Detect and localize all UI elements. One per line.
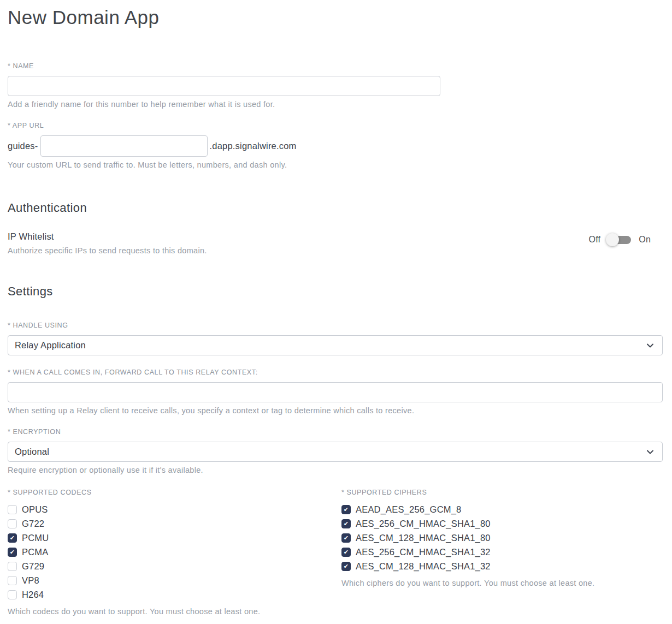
settings-section: Settings * HANDLE USING Relay Applicatio… (8, 284, 663, 624)
checkbox-label: G729 (22, 561, 44, 572)
supported-ciphers-group: * SUPPORTED CIPHERS ✔AEAD_AES_256_GCM_8✔… (341, 489, 663, 616)
checkbox-label: AES_CM_128_HMAC_SHA1_80 (356, 533, 491, 543)
authentication-heading: Authentication (8, 201, 663, 215)
ip-whitelist-toggle-group: Off On (589, 235, 663, 245)
checkbox-option-g729[interactable]: G729 (8, 559, 341, 573)
toggle-off-label: Off (589, 235, 601, 245)
checkbox-checked-icon[interactable]: ✔ (341, 519, 351, 528)
ip-whitelist-row: IP Whitelist Authorize specific IPs to s… (8, 231, 663, 255)
ip-whitelist-description: Authorize specific IPs to send requests … (8, 246, 207, 255)
handle-using-label: * HANDLE USING (8, 322, 663, 329)
checkbox-option-vp8[interactable]: VP8 (8, 573, 341, 587)
relay-context-label: * WHEN A CALL COMES IN, FORWARD CALL TO … (8, 369, 663, 376)
checkbox-option-opus[interactable]: OPUS (8, 502, 341, 516)
codecs-help-text: Which codecs do you want to support. You… (8, 607, 341, 616)
handle-using-selected-value: Relay Application (15, 340, 86, 350)
checkbox-option-aes_256_cm_hmac_sha1_80[interactable]: ✔AES_256_CM_HMAC_SHA1_80 (341, 516, 663, 531)
encryption-help-text: Require encryption or optionally use it … (8, 466, 663, 474)
checkbox-unchecked-icon[interactable] (8, 576, 17, 585)
app-url-field-group: * APP URL guides- .dapp.signalwire.com Y… (8, 122, 663, 169)
app-url-input[interactable] (40, 135, 208, 157)
encryption-select[interactable]: Optional (8, 442, 663, 462)
checkbox-label: G722 (22, 519, 44, 529)
checkbox-unchecked-icon[interactable] (8, 519, 17, 528)
checkbox-option-aead_aes_256_gcm_8[interactable]: ✔AEAD_AES_256_GCM_8 (341, 502, 663, 516)
settings-heading: Settings (8, 284, 663, 299)
app-url-suffix: .dapp.signalwire.com (210, 141, 297, 151)
supported-ciphers-label: * SUPPORTED CIPHERS (341, 489, 663, 496)
app-url-prefix: guides- (8, 141, 38, 151)
checkbox-option-pcmu[interactable]: ✔PCMU (8, 531, 341, 545)
checkbox-checked-icon[interactable]: ✔ (8, 548, 17, 557)
encryption-label: * ENCRYPTION (8, 428, 663, 436)
checkbox-option-h264[interactable]: H264 (8, 587, 341, 602)
checkbox-option-aes_cm_128_hmac_sha1_32[interactable]: ✔AES_CM_128_HMAC_SHA1_32 (341, 559, 663, 573)
checkbox-label: PCMA (22, 547, 48, 557)
app-url-row: guides- .dapp.signalwire.com (8, 135, 663, 157)
name-label: * NAME (8, 62, 663, 70)
app-url-help-text: Your custom URL to send traffic to. Must… (8, 161, 663, 169)
checkbox-label: AEAD_AES_256_GCM_8 (356, 504, 461, 515)
checkbox-label: AES_256_CM_HMAC_SHA1_32 (356, 547, 491, 557)
ip-whitelist-text: IP Whitelist Authorize specific IPs to s… (8, 231, 207, 255)
supported-codecs-group: * SUPPORTED CODECS OPUSG722✔PCMU✔PCMAG72… (8, 489, 341, 616)
chevron-down-icon (646, 448, 655, 456)
ip-whitelist-toggle[interactable] (608, 235, 631, 245)
name-input[interactable] (8, 76, 440, 96)
checkbox-checked-icon[interactable]: ✔ (341, 505, 351, 514)
checkbox-label: PCMU (22, 533, 49, 543)
ciphers-checkbox-list: ✔AEAD_AES_256_GCM_8✔AES_256_CM_HMAC_SHA1… (341, 502, 663, 573)
checkbox-option-aes_256_cm_hmac_sha1_32[interactable]: ✔AES_256_CM_HMAC_SHA1_32 (341, 545, 663, 559)
checkbox-label: H264 (22, 590, 44, 600)
name-field-group: * NAME Add a friendly name for this numb… (8, 62, 663, 109)
relay-context-field-group: * WHEN A CALL COMES IN, FORWARD CALL TO … (8, 369, 663, 415)
checkbox-checked-icon[interactable]: ✔ (341, 548, 351, 557)
chevron-down-icon (646, 341, 655, 350)
checkbox-unchecked-icon[interactable] (8, 505, 17, 514)
checkbox-checked-icon[interactable]: ✔ (8, 533, 17, 543)
checkbox-option-pcma[interactable]: ✔PCMA (8, 545, 341, 559)
checkbox-option-aes_cm_128_hmac_sha1_80[interactable]: ✔AES_CM_128_HMAC_SHA1_80 (341, 531, 663, 545)
checkbox-unchecked-icon[interactable] (8, 562, 17, 571)
checkbox-label: VP8 (22, 575, 39, 586)
relay-context-help-text: When setting up a Relay client to receiv… (8, 406, 663, 415)
authentication-section: Authentication IP Whitelist Authorize sp… (8, 201, 663, 255)
checkbox-label: AES_CM_128_HMAC_SHA1_32 (356, 561, 491, 572)
codecs-ciphers-columns: * SUPPORTED CODECS OPUSG722✔PCMU✔PCMAG72… (8, 489, 663, 616)
handle-using-field-group: * HANDLE USING Relay Application (8, 322, 663, 355)
checkbox-unchecked-icon[interactable] (8, 590, 17, 599)
new-domain-app-form: New Domain App * NAME Add a friendly nam… (0, 0, 672, 624)
handle-using-select[interactable]: Relay Application (8, 335, 663, 355)
ip-whitelist-label: IP Whitelist (8, 231, 207, 242)
relay-context-input[interactable] (8, 382, 663, 402)
toggle-on-label: On (639, 235, 651, 245)
app-url-label: * APP URL (8, 122, 663, 129)
supported-codecs-label: * SUPPORTED CODECS (8, 489, 341, 496)
checkbox-label: AES_256_CM_HMAC_SHA1_80 (356, 519, 491, 529)
name-help-text: Add a friendly name for this number to h… (8, 100, 663, 109)
toggle-knob-icon (606, 233, 619, 246)
checkbox-checked-icon[interactable]: ✔ (341, 533, 351, 543)
encryption-selected-value: Optional (15, 447, 49, 457)
checkbox-label: OPUS (22, 504, 48, 515)
ciphers-help-text: Which ciphers do you want to support. Yo… (341, 579, 663, 587)
codecs-checkbox-list: OPUSG722✔PCMU✔PCMAG729VP8H264 (8, 502, 341, 602)
encryption-field-group: * ENCRYPTION Optional Require encryption… (8, 428, 663, 474)
checkbox-checked-icon[interactable]: ✔ (341, 562, 351, 571)
page-title: New Domain App (8, 7, 663, 28)
checkbox-option-g722[interactable]: G722 (8, 516, 341, 531)
